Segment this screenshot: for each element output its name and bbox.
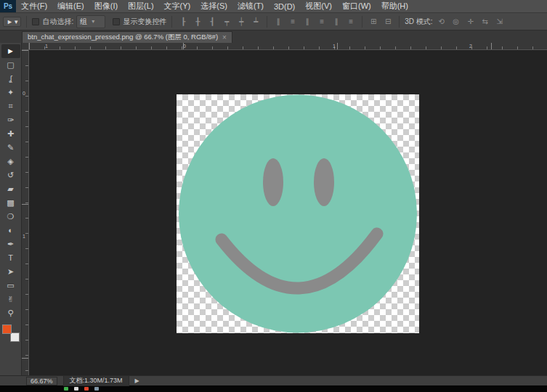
tools-panel: ► ▢ ʆ ✦ ⌗ ✑ ✚ ✎ ◈ ↺ ▰ ▩ ❍ ◐ ✒ T ➤ ▭ ✌ ⚲	[0, 43, 22, 375]
options-bar: ► ▾ 自动选择: 组 ▾ 显示变换控件 ┠ ╂ ┨ ┯ ┿ ┷ ∥ ≡ ∥ ≡…	[0, 13, 547, 30]
separator	[26, 16, 27, 28]
smiley-image	[177, 94, 419, 333]
menu-window[interactable]: 窗口(W)	[337, 0, 376, 12]
clone-stamp-tool[interactable]: ◈	[1, 155, 20, 168]
foreground-color-swatch[interactable]	[2, 324, 12, 334]
type-tool[interactable]: T	[1, 251, 20, 265]
brush-tool[interactable]: ✎	[1, 141, 20, 155]
crop-tool[interactable]: ⌗	[1, 99, 20, 113]
chevron-down-icon: ▾	[92, 18, 94, 25]
separator	[399, 16, 400, 28]
menu-bar: Ps 文件(F) 编辑(E) 图像(I) 图层(L) 文字(Y) 选择(S) 滤…	[0, 0, 547, 13]
close-icon[interactable]: ×	[222, 33, 227, 41]
taskbar-icon[interactable]	[64, 387, 68, 391]
separator	[267, 16, 267, 28]
zoom-level-field[interactable]: 66.67%	[26, 377, 57, 385]
align-right-icon[interactable]: ┨	[206, 16, 218, 28]
align-top-icon[interactable]: ┯	[221, 16, 232, 28]
document-size-info: 文档:1.30M/1.73M	[63, 375, 129, 386]
show-transform-checkbox[interactable]	[113, 18, 120, 25]
3d-rotate-icon[interactable]: ⟲	[436, 16, 447, 28]
smiley-right-eye	[314, 158, 334, 206]
dodge-tool[interactable]: ◐	[1, 224, 20, 237]
menu-3d[interactable]: 3D(D)	[269, 0, 300, 12]
editor-area: 1 0 1 2 0 1	[22, 43, 547, 375]
separator	[171, 16, 172, 28]
eyedropper-tool[interactable]: ✑	[1, 113, 20, 127]
horizontal-ruler[interactable]: 1 0 1 2	[29, 43, 547, 50]
distribute-top-icon[interactable]: ∥	[272, 16, 284, 28]
menu-select[interactable]: 选择(S)	[195, 0, 232, 12]
status-expand-arrow-icon[interactable]: ▶	[135, 377, 139, 384]
auto-select-checkbox[interactable]	[32, 18, 39, 25]
history-brush-tool[interactable]: ↺	[1, 168, 20, 182]
menu-help[interactable]: 帮助(H)	[376, 0, 413, 12]
auto-blend-icon[interactable]: ⊟	[382, 16, 394, 28]
menu-image[interactable]: 图像(I)	[89, 0, 123, 12]
ruler-label: 1	[333, 44, 336, 49]
distribute-right-icon[interactable]: ≡	[345, 16, 357, 28]
photoshop-logo: Ps	[0, 0, 16, 12]
canvas-viewport[interactable]	[29, 50, 547, 375]
path-selection-tool[interactable]: ➤	[1, 265, 20, 279]
distribute-center-icon[interactable]: ∥	[331, 16, 342, 28]
3d-roll-icon[interactable]: ◎	[450, 16, 462, 28]
hand-tool[interactable]: ✌	[1, 293, 20, 306]
document-tab-bar: btn_chat_expression_pressed.png @ 66.7% …	[0, 30, 547, 43]
taskbar-icon[interactable]	[94, 387, 99, 391]
auto-select-value: 组	[80, 17, 87, 27]
tool-preset-picker[interactable]: ► ▾	[3, 17, 21, 27]
gradient-tool[interactable]: ▩	[1, 196, 20, 210]
zoom-tool[interactable]: ⚲	[1, 306, 20, 320]
lasso-tool[interactable]: ʆ	[1, 72, 20, 86]
healing-brush-tool[interactable]: ✚	[1, 127, 20, 141]
move-tool[interactable]: ►	[1, 44, 20, 58]
align-left-icon[interactable]: ┠	[177, 16, 189, 28]
chevron-down-icon: ▾	[15, 18, 18, 25]
3d-slide-icon[interactable]: ⇆	[479, 16, 491, 28]
auto-select-label: 自动选择:	[42, 17, 73, 27]
pen-tool[interactable]: ✒	[1, 237, 20, 251]
document-canvas[interactable]	[177, 94, 419, 333]
taskbar-icon[interactable]	[84, 387, 89, 391]
separator	[362, 16, 362, 28]
os-taskbar-strip	[0, 385, 547, 392]
menu-type[interactable]: 文字(Y)	[159, 0, 196, 12]
3d-scale-icon[interactable]: ⇲	[494, 16, 506, 28]
shape-tool[interactable]: ▭	[1, 279, 20, 293]
distribute-bottom-icon[interactable]: ∥	[301, 16, 313, 28]
distribute-middle-icon[interactable]: ≡	[287, 16, 299, 28]
eraser-tool[interactable]: ▰	[1, 182, 20, 196]
auto-align-icon[interactable]: ⊞	[368, 16, 379, 28]
3d-drag-icon[interactable]: ✛	[465, 16, 477, 28]
move-tool-icon: ►	[7, 18, 13, 25]
color-swatches	[2, 324, 20, 342]
menu-view[interactable]: 视图(V)	[300, 0, 337, 12]
document-tab-title: btn_chat_expression_pressed.png @ 66.7% …	[28, 33, 218, 42]
ruler-label: 0	[183, 44, 186, 49]
quick-selection-tool[interactable]: ✦	[1, 86, 20, 99]
document-tab[interactable]: btn_chat_expression_pressed.png @ 66.7% …	[22, 31, 232, 43]
marquee-tool[interactable]: ▢	[1, 58, 20, 72]
show-transform-label: 显示变换控件	[123, 17, 166, 27]
ruler-label: 1	[45, 44, 48, 49]
ruler-corner[interactable]	[22, 43, 29, 50]
ruler-label: 1	[23, 234, 25, 239]
distribute-left-icon[interactable]: ≡	[316, 16, 328, 28]
align-center-icon[interactable]: ╂	[192, 16, 203, 28]
taskbar-icon[interactable]	[74, 387, 78, 391]
ruler-label: 2	[469, 44, 472, 49]
menu-filter[interactable]: 滤镜(T)	[232, 0, 269, 12]
vertical-ruler[interactable]: 0 1	[22, 50, 29, 375]
auto-select-dropdown[interactable]: 组 ▾	[76, 15, 105, 28]
blur-tool[interactable]: ❍	[1, 210, 20, 224]
align-middle-icon[interactable]: ┿	[235, 16, 247, 28]
smiley-left-eye	[263, 158, 283, 206]
menu-file[interactable]: 文件(F)	[16, 0, 52, 12]
menu-layer[interactable]: 图层(L)	[123, 0, 158, 12]
3d-mode-label: 3D 模式:	[405, 17, 432, 27]
align-bottom-icon[interactable]: ┷	[250, 16, 262, 28]
smiley-face	[179, 95, 417, 333]
photoshop-window: Ps 文件(F) 编辑(E) 图像(I) 图层(L) 文字(Y) 选择(S) 滤…	[0, 0, 547, 392]
menu-edit[interactable]: 编辑(E)	[52, 0, 89, 12]
